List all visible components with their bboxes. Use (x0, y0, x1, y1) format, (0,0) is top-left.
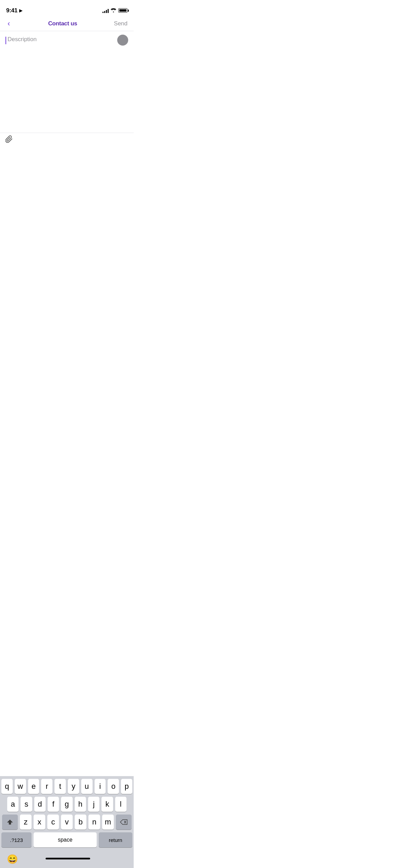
location-icon: ▶ (19, 8, 23, 13)
description-placeholder: Description (8, 36, 37, 43)
record-button[interactable] (117, 35, 128, 46)
signal-bars (102, 8, 109, 13)
send-button[interactable]: Send (114, 20, 127, 27)
page-title: Contact us (48, 20, 77, 27)
back-button[interactable]: ‹ (6, 19, 11, 29)
attachment-toolbar (0, 133, 134, 148)
attach-icon[interactable] (5, 135, 13, 146)
status-bar: 9:41 ▶ (0, 0, 134, 16)
nav-bar: ‹ Contact us Send (0, 16, 134, 31)
text-input-area[interactable]: Description (0, 31, 134, 148)
status-icons (102, 8, 127, 13)
text-cursor (5, 37, 6, 44)
battery-icon (118, 8, 127, 13)
wifi-icon (111, 8, 116, 13)
status-time: 9:41 (6, 7, 17, 14)
